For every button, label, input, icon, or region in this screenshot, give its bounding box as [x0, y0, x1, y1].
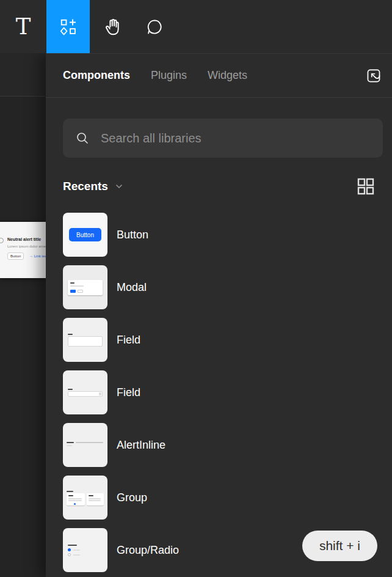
panel-header: Components Plugins Widgets	[46, 54, 392, 98]
field-preview-thumbnail[interactable]	[63, 318, 107, 362]
search-icon	[75, 131, 90, 145]
components-tool-icon	[59, 18, 78, 36]
text-tool-button[interactable]: T	[6, 0, 40, 53]
figma-window: Neutral alert title Lorem ipsum dolor am…	[0, 0, 392, 577]
hand-tool-button[interactable]	[96, 0, 130, 53]
alert-card-body: Lorem ipsum dolor amet consec	[7, 244, 46, 248]
search-bar[interactable]	[63, 119, 383, 158]
item-label: Group/Radio	[117, 544, 179, 557]
alert-card-link[interactable]: → Link text	[29, 254, 46, 258]
field-small-preview-thumbnail[interactable]	[63, 370, 107, 414]
components-tool-button[interactable]	[46, 0, 90, 53]
recents-section-header: Recents	[63, 177, 375, 196]
grid-view-button[interactable]	[357, 177, 375, 196]
group-preview-thumbnail[interactable]	[63, 476, 107, 520]
grid-view-icon	[357, 177, 375, 196]
tab-components[interactable]: Components	[63, 69, 130, 82]
panel-tabs: Components Plugins Widgets	[63, 69, 247, 82]
item-label: Field	[117, 334, 140, 347]
canvas-alert-card[interactable]: Neutral alert title Lorem ipsum dolor am…	[0, 222, 46, 278]
tab-widgets[interactable]: Widgets	[208, 69, 247, 82]
components-panel: Components Plugins Widgets Recents	[46, 53, 392, 577]
hand-tool-icon	[103, 17, 123, 37]
list-item-alert-inline[interactable]: AlertInline	[63, 423, 383, 467]
mini-modal	[68, 280, 103, 295]
modal-preview-thumbnail[interactable]	[63, 265, 107, 309]
list-item-group[interactable]: Group	[63, 476, 383, 520]
text-tool-icon: T	[16, 13, 31, 40]
item-label: Field	[117, 386, 140, 399]
canvas-lower-region	[0, 96, 46, 577]
list-item-field[interactable]: Field	[63, 318, 383, 362]
preview-button: Button	[69, 228, 101, 241]
open-window-icon	[366, 68, 382, 84]
button-preview-thumbnail[interactable]: Button	[63, 213, 107, 257]
item-label: Group	[117, 491, 147, 504]
alert-inline-preview-thumbnail[interactable]	[63, 423, 107, 467]
shortcut-badge: shift + i	[302, 531, 377, 561]
alert-card-button[interactable]: Button	[7, 252, 24, 260]
top-toolbar: T	[0, 0, 392, 53]
recents-list: Button Button Modal	[63, 213, 383, 572]
comment-tool-icon	[145, 18, 164, 36]
open-as-window-button[interactable]	[365, 67, 383, 85]
item-label: AlertInline	[117, 439, 165, 452]
search-input[interactable]	[101, 131, 371, 145]
info-icon	[0, 238, 4, 243]
group-radio-preview-thumbnail[interactable]	[63, 528, 107, 572]
recents-title[interactable]: Recents	[63, 180, 108, 193]
alert-card-title: Neutral alert title	[7, 237, 41, 241]
list-item-button[interactable]: Button Button	[63, 213, 383, 257]
comment-tool-button[interactable]	[137, 0, 172, 53]
tab-plugins[interactable]: Plugins	[151, 69, 187, 82]
item-label: Button	[117, 229, 148, 241]
list-item-field-small[interactable]: Field	[63, 370, 383, 414]
chevron-down-icon[interactable]	[114, 182, 124, 191]
canvas-background: Neutral alert title Lorem ipsum dolor am…	[0, 53, 46, 577]
list-item-modal[interactable]: Modal	[63, 265, 383, 309]
item-label: Modal	[117, 281, 147, 294]
